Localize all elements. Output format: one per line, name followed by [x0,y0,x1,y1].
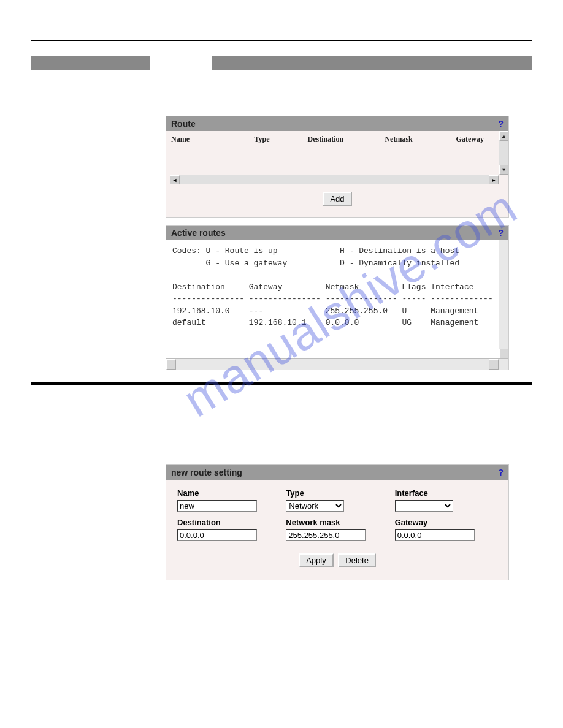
interface-label: Interface [395,488,497,498]
scroll-down-icon[interactable]: ▼ [499,165,508,175]
network-mask-input[interactable] [286,529,366,541]
gateway-input[interactable] [395,529,475,541]
top-rule [31,40,532,41]
col-name: Name [171,135,255,144]
route-scrollbar-horizontal[interactable]: ◄ ► [170,175,499,184]
active-routes-panel: Active routes ? Codes: U - Route is up H… [166,225,509,370]
type-select[interactable]: Network [286,500,344,512]
name-label: Name [177,488,280,498]
scroll-down-icon[interactable] [499,349,508,358]
active-routes-title: Active routes [171,228,226,238]
scroll-up-icon[interactable]: ▲ [499,131,508,141]
active-routes-header: Active routes ? [166,226,508,240]
help-icon[interactable]: ? [498,228,504,238]
apply-button[interactable]: Apply [299,553,334,567]
routes-row: default 192.168.10.1 0.0.0.0 UG Manageme… [172,318,478,327]
routes-table-header: Destination Gateway Netmask Flags Interf… [172,282,473,292]
scroll-left-icon[interactable]: ◄ [170,175,180,184]
help-icon[interactable]: ? [498,468,504,477]
active-routes-scrollbar-vertical[interactable] [499,240,508,358]
add-button[interactable]: Add [323,192,351,206]
col-netmask: Netmask [385,135,456,144]
section-divider [31,382,532,385]
bottom-rule [31,691,532,691]
header-bar-right [212,56,532,70]
new-route-header: new route setting ? [166,465,508,480]
col-destination: Destination [308,135,385,144]
active-routes-scrollbar-horizontal[interactable] [166,358,508,370]
gateway-label: Gateway [395,518,497,527]
new-route-panel: new route setting ? Name Type Network In… [166,464,509,580]
route-panel-header: Route ? [166,116,508,131]
scroll-left-icon[interactable] [166,359,176,370]
route-column-headers: Name Type Destination Netmask Gateway ▲ … [166,131,508,175]
name-input[interactable] [177,500,257,512]
scroll-right-icon[interactable] [489,359,499,370]
route-title: Route [171,119,196,129]
destination-input[interactable] [177,529,257,541]
active-routes-body: Codes: U - Route is up H - Destination i… [166,240,508,370]
header-bars [31,56,532,70]
routes-table-divider: --------------- --------------- --------… [172,294,493,303]
network-mask-label: Network mask [286,518,388,527]
scroll-right-icon[interactable]: ► [489,175,499,184]
new-route-title: new route setting [171,468,242,477]
route-scrollbar-vertical[interactable]: ▲ ▼ [499,131,508,175]
header-bar-left [31,56,150,70]
help-icon[interactable]: ? [498,119,504,129]
routes-row: 192.168.10.0 --- 255.255.255.0 U Managem… [172,306,478,316]
codes-line-2: G - Use a gateway D - Dynamically instal… [172,259,459,268]
type-label: Type [286,488,388,498]
route-panel: Route ? Name Type Destination Netmask Ga… [166,116,509,218]
col-gateway: Gateway [456,135,504,144]
col-type: Type [255,135,308,144]
delete-button[interactable]: Delete [338,553,376,567]
destination-label: Destination [177,518,280,527]
codes-line-1: Codes: U - Route is up H - Destination i… [172,246,459,256]
interface-select[interactable] [395,500,453,512]
